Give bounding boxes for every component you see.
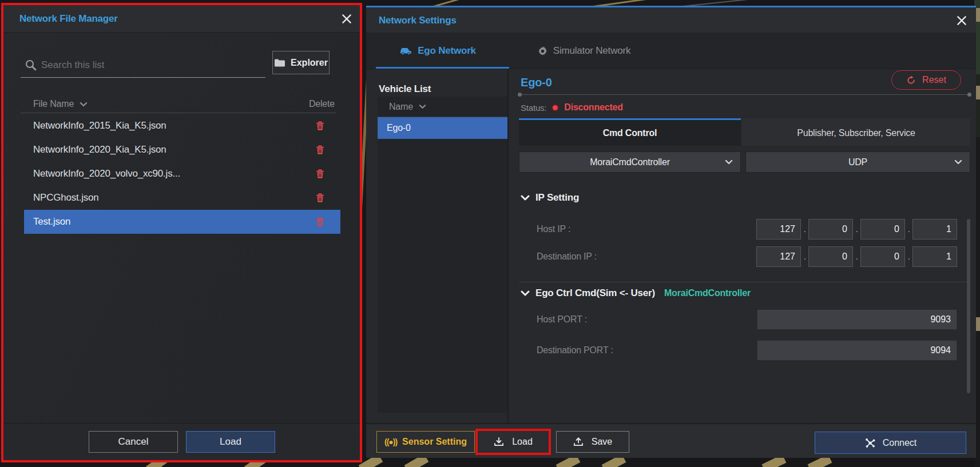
protocol-dropdown[interactable]: UDP [745, 151, 970, 173]
network-settings-dialog: Network Settings Ego Network Simulator N… [366, 6, 976, 458]
host-ip-row: Host IP : . . . [510, 219, 976, 240]
host-ip-label: Host IP : [537, 219, 570, 240]
chevron-down-icon [419, 104, 426, 109]
close-button[interactable] [955, 14, 968, 27]
chevron-down-icon [725, 159, 733, 165]
network-node-icon [864, 437, 876, 449]
file-name: Test.json [33, 216, 70, 227]
load-button[interactable]: Load [186, 431, 275, 453]
destination-ip-octet-2[interactable] [808, 246, 853, 267]
sensor-setting-button[interactable]: ((●)) Sensor Setting [376, 431, 475, 453]
destination-ip-inputs: . . . [756, 246, 957, 267]
vehicle-name-sort-header[interactable]: Name [378, 97, 507, 117]
protocol-subtabs: Cmd Control Publisher, Subscriber, Servi… [519, 118, 970, 146]
dialog-footer: ((●)) Sensor Setting Load Save Conne [366, 423, 976, 458]
load-label: Load [512, 437, 533, 447]
chevron-down-icon [521, 195, 530, 201]
reset-label: Reset [922, 75, 946, 85]
ip-separator: . [801, 246, 808, 267]
upload-icon [573, 437, 584, 447]
trash-icon[interactable] [316, 193, 324, 203]
vehicle-list-box: Name Ego-0 [378, 97, 507, 413]
name-header-label: Name [389, 102, 413, 112]
trash-icon[interactable] [316, 169, 324, 179]
destination-port-row: Destination PORT : [510, 340, 976, 361]
file-row[interactable]: NetworkInfo_2015_Kia_K5.json [24, 114, 340, 138]
chevron-down-icon [521, 290, 530, 296]
search-icon [24, 58, 38, 72]
file-name: NPCGhost.json [33, 192, 99, 203]
search-input[interactable] [41, 55, 263, 75]
save-button[interactable]: Save [556, 431, 629, 453]
file-row-selected[interactable]: Test.json [24, 210, 340, 234]
ip-separator: . [905, 246, 912, 267]
destination-ip-octet-1[interactable] [756, 246, 801, 267]
host-port-input[interactable] [757, 309, 957, 330]
download-icon [494, 437, 504, 447]
trash-icon[interactable] [316, 217, 324, 227]
save-label: Save [592, 437, 612, 447]
ip-separator: . [801, 219, 808, 240]
destination-ip-octet-3[interactable] [860, 246, 905, 267]
file-row[interactable]: NetworkInfo_2020_Kia_K5.json [24, 138, 340, 162]
chevron-down-icon [80, 102, 88, 107]
file-row[interactable]: NetworkInfo_2020_volvo_xc90.js... [24, 162, 340, 186]
connect-label: Connect [883, 438, 917, 448]
tab-label: Ego Network [418, 45, 476, 57]
ip-separator: . [853, 246, 860, 267]
tab-publisher-subscriber-service[interactable]: Publisher, Subscriber, Service [742, 118, 970, 146]
network-tabs: Ego Network Simulator Network [366, 33, 976, 69]
section-title: Ego Ctrl Cmd(Sim <- User) [535, 288, 655, 299]
destination-ip-label: Destination IP : [537, 246, 597, 267]
detail-divider [519, 94, 970, 95]
vertical-scrollbar[interactable] [967, 219, 970, 393]
network-file-manager-dialog: Network File Manager Explorer File Name [1, 3, 362, 462]
list-header-divider [21, 113, 336, 113]
file-name: NetworkInfo_2020_Kia_K5.json [33, 144, 166, 155]
file-row[interactable]: NPCGhost.json [24, 186, 340, 210]
ip-separator: . [905, 219, 912, 240]
host-ip-octet-1[interactable] [756, 219, 801, 240]
search-underline [21, 77, 265, 78]
sensor-broadcast-icon: ((●)) [384, 437, 397, 446]
ip-setting-section-header[interactable]: IP Setting [521, 192, 579, 203]
destination-ip-octet-4[interactable] [912, 246, 957, 267]
file-name: NetworkInfo_2015_Kia_K5.json [33, 120, 166, 131]
tab-simulator-network[interactable]: Simulator Network [509, 33, 659, 69]
file-name: NetworkInfo_2020_volvo_xc90.js... [33, 168, 180, 179]
settings-content: Vehicle List Name Ego-0 Ego-0 [366, 69, 976, 423]
selector-row: MoraiCmdController UDP [519, 151, 970, 173]
car-icon [399, 46, 412, 55]
close-icon [955, 14, 968, 27]
dialog-title: Network File Manager [19, 5, 118, 33]
cancel-button[interactable]: Cancel [89, 431, 178, 453]
host-ip-octet-3[interactable] [860, 219, 905, 240]
connect-button[interactable]: Connect [815, 432, 966, 454]
status-disconnected-icon [552, 104, 559, 111]
folder-icon [274, 58, 285, 67]
destination-ip-row: Destination IP : . . . [510, 246, 976, 267]
tab-cmd-control[interactable]: Cmd Control [519, 118, 741, 146]
chevron-down-icon [954, 159, 962, 165]
close-button[interactable] [340, 13, 353, 25]
destination-port-input[interactable] [757, 340, 957, 361]
ego-ctrl-cmd-section-header[interactable]: Ego Ctrl Cmd(Sim <- User) MoraiCmdContro… [521, 288, 751, 299]
file-name-header-label: File Name [33, 99, 74, 109]
explorer-button[interactable]: Explorer [272, 51, 330, 74]
host-ip-octet-4[interactable] [912, 219, 957, 240]
dialog-titlebar: Network Settings [366, 7, 976, 33]
load-button-highlighted[interactable]: Load [475, 429, 551, 455]
vehicle-detail: Ego-0 Reset Status: Disconnected Cmd Con… [510, 69, 976, 423]
reset-button[interactable]: Reset [891, 70, 961, 90]
trash-icon[interactable] [316, 121, 324, 131]
close-icon [340, 13, 353, 25]
trash-icon[interactable] [316, 145, 324, 155]
gear-icon [538, 46, 547, 56]
controller-dropdown[interactable]: MoraiCmdController [519, 151, 741, 173]
host-ip-octet-2[interactable] [808, 219, 853, 240]
tab-label: Simulator Network [553, 45, 630, 57]
vehicle-row-selected[interactable]: Ego-0 [378, 117, 507, 139]
file-name-sort-header[interactable]: File Name [33, 95, 88, 113]
status-row: Status: Disconnected [521, 100, 623, 115]
tab-ego-network[interactable]: Ego Network [366, 33, 509, 69]
